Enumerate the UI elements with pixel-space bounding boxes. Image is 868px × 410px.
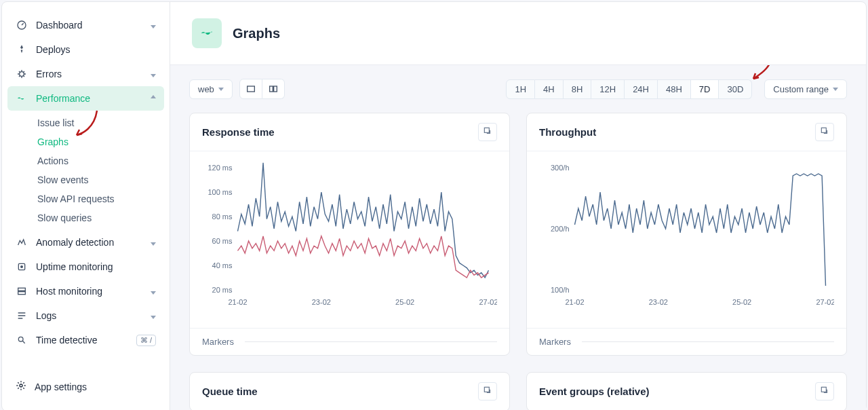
export-button[interactable]: [815, 382, 834, 400]
performance-submenu: Issue list Graphs Actions Slow events Sl…: [7, 111, 164, 230]
svg-text:80 ms: 80 ms: [212, 212, 233, 221]
svg-point-6: [18, 337, 23, 341]
svg-rect-30: [484, 387, 489, 392]
markers-row: Markers: [527, 328, 846, 355]
export-button[interactable]: [815, 123, 834, 141]
nav-label: Host monitoring: [36, 286, 102, 297]
svg-text:23-02: 23-02: [312, 298, 331, 306]
svg-rect-9: [270, 86, 273, 92]
sub-slow-events[interactable]: Slow events: [35, 170, 164, 189]
layout-split-button[interactable]: [262, 79, 285, 99]
nav-uptime[interactable]: Uptime monitoring: [7, 255, 164, 279]
markers-track: [245, 341, 497, 342]
svg-text:100 ms: 100 ms: [208, 188, 233, 196]
nav-performance[interactable]: Performance: [7, 86, 164, 111]
gear-icon: [16, 380, 26, 393]
svg-rect-11: [484, 128, 489, 132]
nav-label: Dashboard: [36, 20, 83, 31]
bug-icon: [16, 68, 28, 80]
chevron-down-icon: [151, 20, 156, 31]
anomaly-icon: [16, 236, 28, 248]
svg-point-7: [20, 384, 22, 387]
nav-errors[interactable]: Errors: [7, 62, 164, 86]
main: Graphs web 1H4H8H12H24H48H7D30D: [170, 2, 866, 410]
page-icon: [192, 18, 222, 48]
svg-text:200/h: 200/h: [551, 225, 570, 233]
sub-issue-list[interactable]: Issue list: [35, 113, 164, 132]
time-range-group: 1H4H8H12H24H48H7D30D: [506, 79, 752, 99]
card-title: Queue time: [202, 386, 258, 397]
range-1H[interactable]: 1H: [506, 79, 535, 99]
svg-text:100/h: 100/h: [551, 286, 570, 294]
svg-rect-31: [821, 387, 826, 392]
cards-grid: Response time 20 ms40 ms60 ms80 ms100 ms…: [189, 113, 847, 410]
nav-dashboard[interactable]: Dashboard: [7, 13, 164, 37]
namespace-value: web: [198, 84, 214, 94]
svg-rect-10: [274, 86, 277, 92]
svg-rect-22: [821, 128, 826, 132]
speed-icon: [16, 92, 28, 105]
sub-slow-api[interactable]: Slow API requests: [35, 189, 164, 208]
card-throughput: Throughput 100/h200/h300/h21-0223-0225-0…: [526, 113, 847, 356]
svg-text:27-02: 27-02: [816, 298, 834, 306]
svg-rect-8: [248, 86, 255, 92]
chevron-down-icon: [151, 69, 156, 79]
svg-text:300/h: 300/h: [551, 164, 570, 172]
detective-icon: [16, 334, 28, 346]
sub-actions[interactable]: Actions: [35, 151, 164, 170]
sub-graphs[interactable]: Graphs: [35, 132, 164, 151]
svg-rect-4: [18, 288, 26, 291]
range-7D[interactable]: 7D: [691, 79, 719, 99]
nav-label: Uptime monitoring: [36, 261, 113, 272]
chart-response-time: 20 ms40 ms60 ms80 ms100 ms120 ms21-0223-…: [190, 151, 509, 328]
namespace-select[interactable]: web: [189, 79, 233, 99]
nav-label: Deploys: [36, 44, 71, 55]
svg-point-3: [21, 266, 23, 268]
nav-label: Errors: [36, 69, 62, 79]
card-title: Response time: [202, 126, 275, 138]
app-settings[interactable]: App settings: [7, 373, 164, 400]
chevron-down-icon: [151, 310, 156, 321]
range-4H[interactable]: 4H: [535, 79, 564, 99]
layout-toggle: [239, 79, 285, 99]
range-48H[interactable]: 48H: [658, 79, 691, 99]
svg-text:120 ms: 120 ms: [208, 164, 233, 172]
custom-range-label: Custom range: [773, 84, 829, 94]
range-12H[interactable]: 12H: [591, 79, 625, 99]
custom-range-button[interactable]: Custom range: [764, 79, 847, 99]
nav-label: Time detective: [36, 335, 98, 346]
svg-text:60 ms: 60 ms: [212, 237, 233, 245]
chevron-up-icon: [151, 93, 156, 104]
nav-anomaly[interactable]: Anomaly detection: [7, 230, 164, 255]
range-24H[interactable]: 24H: [625, 79, 658, 99]
range-8H[interactable]: 8H: [564, 79, 592, 99]
header: Graphs: [170, 2, 866, 64]
export-button[interactable]: [478, 382, 497, 400]
toolbar: web 1H4H8H12H24H48H7D30D Custom range: [189, 79, 847, 99]
range-30D[interactable]: 30D: [719, 79, 752, 99]
markers-row: Markers: [190, 328, 509, 355]
server-icon: [16, 285, 28, 297]
svg-text:25-02: 25-02: [732, 298, 751, 306]
sub-slow-queries[interactable]: Slow queries: [35, 208, 164, 227]
rocket-icon: [16, 43, 28, 56]
card-title: Throughput: [539, 126, 596, 138]
nav-host[interactable]: Host monitoring: [7, 279, 164, 303]
card-response-time: Response time 20 ms40 ms60 ms80 ms100 ms…: [189, 113, 510, 356]
card-queue-time: Queue time: [189, 372, 510, 410]
nav-time-detective[interactable]: Time detective ⌘ /: [7, 328, 164, 352]
nav-deploys[interactable]: Deploys: [7, 37, 164, 62]
export-button[interactable]: [478, 123, 497, 141]
chevron-down-icon: [151, 237, 156, 248]
svg-text:40 ms: 40 ms: [212, 261, 233, 269]
svg-text:27-02: 27-02: [479, 298, 497, 306]
chart-throughput: 100/h200/h300/h21-0223-0225-0227-02: [527, 151, 846, 328]
markers-label: Markers: [539, 337, 571, 347]
svg-text:20 ms: 20 ms: [212, 286, 233, 294]
layout-single-button[interactable]: [239, 79, 262, 99]
logs-icon: [16, 310, 28, 322]
content-area: web 1H4H8H12H24H48H7D30D Custom range: [170, 64, 866, 410]
kbd-shortcut: ⌘ /: [136, 335, 156, 346]
uptime-icon: [16, 261, 28, 273]
nav-logs[interactable]: Logs: [7, 303, 164, 328]
